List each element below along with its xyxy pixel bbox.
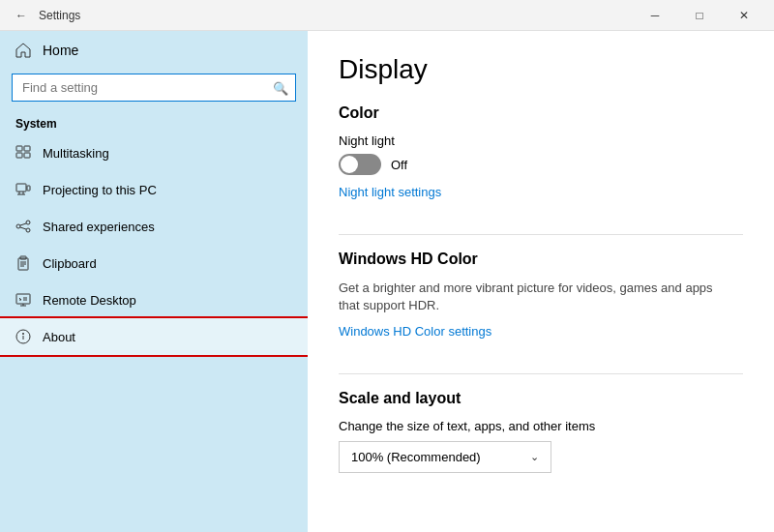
svg-point-11 xyxy=(26,228,30,232)
sidebar-item-shared[interactable]: Shared experiences xyxy=(0,208,308,245)
maximize-button[interactable]: □ xyxy=(677,0,722,31)
sidebar-section-title: System xyxy=(0,109,308,134)
svg-rect-4 xyxy=(16,184,26,192)
multitasking-label: Multitasking xyxy=(43,146,109,161)
window-controls: ─ □ ✕ xyxy=(633,0,766,31)
divider-1 xyxy=(339,234,743,235)
hd-color-settings-link[interactable]: Windows HD Color settings xyxy=(339,324,491,339)
projecting-icon xyxy=(15,182,31,197)
remote-desktop-icon xyxy=(15,292,31,308)
toggle-state-label: Off xyxy=(391,158,407,172)
sidebar-item-remote[interactable]: Remote Desktop xyxy=(0,281,308,318)
sidebar-item-clipboard[interactable]: Clipboard xyxy=(0,245,308,281)
night-light-toggle-row: Off xyxy=(339,154,743,175)
chevron-down-icon: ⌄ xyxy=(530,451,539,463)
svg-rect-1 xyxy=(24,146,30,151)
svg-rect-0 xyxy=(16,146,22,151)
main-layout: Home 🔍 System Multitasking xyxy=(0,31,774,532)
minimize-button[interactable]: ─ xyxy=(633,0,677,31)
svg-point-9 xyxy=(16,224,20,228)
content-area: Display Color Night light Off Night ligh… xyxy=(308,31,774,532)
shared-icon xyxy=(15,219,31,234)
about-label: About xyxy=(43,330,75,344)
home-label: Home xyxy=(43,43,78,58)
night-light-toggle[interactable] xyxy=(339,154,381,175)
page-title: Display xyxy=(339,54,743,85)
sidebar: Home 🔍 System Multitasking xyxy=(0,31,308,532)
svg-line-12 xyxy=(20,223,26,225)
scale-dropdown-value: 100% (Recommended) xyxy=(351,450,481,464)
sidebar-item-multitasking[interactable]: Multitasking xyxy=(0,134,308,171)
search-icon: 🔍 xyxy=(273,80,288,95)
remote-label: Remote Desktop xyxy=(43,293,136,308)
search-input[interactable] xyxy=(12,74,296,102)
titlebar: ← Settings ─ □ ✕ xyxy=(0,0,774,31)
clipboard-icon xyxy=(15,255,31,271)
scale-dropdown-row: 100% (Recommended) ⌄ xyxy=(339,441,743,473)
toggle-knob xyxy=(341,156,358,173)
sidebar-item-projecting[interactable]: Projecting to this PC xyxy=(0,171,308,208)
back-icon: ← xyxy=(15,9,27,22)
projecting-label: Projecting to this PC xyxy=(43,183,157,197)
shared-label: Shared experiences xyxy=(43,220,155,234)
sidebar-item-about[interactable]: About xyxy=(0,318,308,355)
divider-2 xyxy=(339,373,743,374)
scale-dropdown[interactable]: 100% (Recommended) ⌄ xyxy=(339,441,551,473)
back-button[interactable]: ← xyxy=(8,2,35,29)
clipboard-label: Clipboard xyxy=(43,256,97,271)
svg-rect-19 xyxy=(16,294,30,304)
svg-rect-2 xyxy=(16,153,22,158)
hd-color-description: Get a brighter and more vibrant picture … xyxy=(339,280,726,314)
svg-rect-3 xyxy=(24,153,30,158)
home-icon xyxy=(15,43,31,58)
night-light-label: Night light xyxy=(339,133,743,148)
svg-line-13 xyxy=(20,227,26,229)
titlebar-title: Settings xyxy=(39,9,633,22)
scale-description: Change the size of text, apps, and other… xyxy=(339,419,743,433)
hd-color-section-title: Windows HD Color xyxy=(339,251,743,268)
svg-point-28 xyxy=(22,333,23,334)
search-box: 🔍 xyxy=(12,74,296,102)
scale-section-title: Scale and layout xyxy=(339,390,743,407)
multitasking-icon xyxy=(15,145,31,161)
svg-rect-5 xyxy=(27,186,30,191)
svg-point-10 xyxy=(26,221,30,224)
about-icon xyxy=(15,329,31,344)
close-button[interactable]: ✕ xyxy=(722,0,766,31)
sidebar-item-home[interactable]: Home xyxy=(0,31,308,70)
color-section-title: Color xyxy=(339,104,743,122)
night-light-settings-link[interactable]: Night light settings xyxy=(339,185,441,199)
